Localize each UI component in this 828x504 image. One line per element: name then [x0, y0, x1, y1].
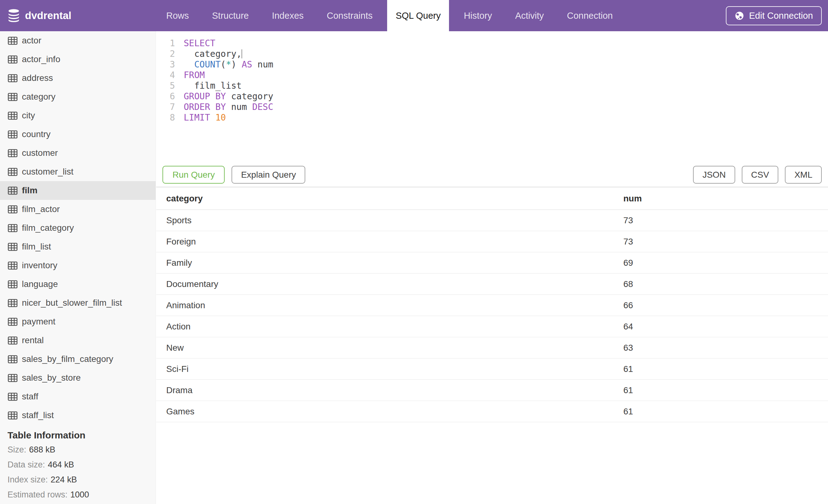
- table-icon: [7, 186, 18, 195]
- tab-indexes[interactable]: Indexes: [263, 0, 312, 31]
- result-row: Action 64: [156, 316, 828, 337]
- table-icon: [7, 336, 18, 345]
- code-line: 6 GROUP BY category: [156, 91, 828, 102]
- table-name: staff_list: [22, 410, 54, 420]
- table-name: sales_by_store: [22, 373, 81, 383]
- globe-icon: [735, 11, 744, 20]
- sidebar-item-film-list[interactable]: film_list: [0, 237, 156, 256]
- sidebar-item-category[interactable]: category: [0, 87, 156, 106]
- sidebar-item-actor-info[interactable]: actor_info: [0, 50, 156, 69]
- stat-label: Size:: [7, 445, 26, 455]
- sidebar-item-film-category[interactable]: film_category: [0, 219, 156, 237]
- tab-history[interactable]: History: [455, 0, 500, 31]
- tab-connection[interactable]: Connection: [559, 0, 621, 31]
- code-text: GROUP BY category: [184, 91, 274, 102]
- edit-connection-label: Edit Connection: [749, 11, 813, 21]
- database-logo: dvdrental: [7, 0, 72, 31]
- result-row: Foreign 73: [156, 231, 828, 252]
- tab-label: Activity: [515, 11, 544, 21]
- sidebar-item-sales-by-film-category[interactable]: sales_by_film_category: [0, 350, 156, 368]
- code-line: 7 ORDER BY num DESC: [156, 102, 828, 112]
- line-number: 6: [156, 91, 175, 102]
- table-name: actor: [22, 36, 41, 46]
- cell-category: Animation: [156, 301, 623, 310]
- sql-editor[interactable]: 1 SELECT 2 category, 3 COUNT(*) AS num 4…: [156, 31, 828, 123]
- table-icon: [7, 373, 18, 382]
- code-text: category,: [184, 49, 242, 59]
- table-icon: [7, 36, 18, 45]
- table-info-stat: Data size: 464 kB: [0, 457, 156, 472]
- sidebar-item-staff[interactable]: staff: [0, 387, 156, 406]
- cell-num: 73: [623, 237, 633, 247]
- table-name: country: [22, 129, 51, 139]
- sidebar-item-city[interactable]: city: [0, 106, 156, 125]
- table-name: payment: [22, 317, 55, 327]
- stat-label: Estimated rows:: [7, 490, 68, 500]
- line-number: 4: [156, 70, 175, 81]
- tab-constraints[interactable]: Constraints: [318, 0, 381, 31]
- export-csv-button[interactable]: CSV: [742, 166, 779, 184]
- app-header: dvdrental Rows Structure Indexes Constra…: [0, 0, 828, 31]
- code-text: film_list: [184, 81, 242, 91]
- table-icon: [7, 261, 18, 270]
- export-xml-button[interactable]: XML: [785, 166, 822, 184]
- text-caret: [242, 49, 242, 58]
- tables-sidebar: actor actor_info address category city c…: [0, 31, 156, 504]
- stat-value: 1000: [70, 490, 89, 500]
- table-name: customer_list: [22, 167, 74, 177]
- line-number: 5: [156, 81, 175, 91]
- code-text: FROM: [184, 70, 205, 81]
- sidebar-item-customer-list[interactable]: customer_list: [0, 163, 156, 181]
- table-info-stat: Size: 688 kB: [0, 442, 156, 457]
- cell-num: 68: [623, 279, 633, 289]
- sidebar-item-rental[interactable]: rental: [0, 331, 156, 350]
- tab-activity[interactable]: Activity: [507, 0, 552, 31]
- sidebar-item-film-actor[interactable]: film_actor: [0, 200, 156, 219]
- sidebar-item-address[interactable]: address: [0, 69, 156, 87]
- sidebar-item-sales-by-store[interactable]: sales_by_store: [0, 368, 156, 387]
- results-body: Sports 73 Foreign 73 Family 69 Documenta…: [156, 210, 828, 422]
- cell-category: New: [156, 343, 623, 353]
- database-icon: [7, 9, 20, 22]
- code-text: SELECT: [184, 38, 215, 49]
- stat-value: 464 kB: [48, 460, 74, 470]
- sidebar-item-payment[interactable]: payment: [0, 312, 156, 331]
- cell-category: Family: [156, 258, 623, 268]
- cell-num: 61: [623, 407, 633, 417]
- tab-label: History: [464, 11, 492, 21]
- results-header-row: category num: [156, 187, 828, 210]
- table-icon: [7, 111, 18, 120]
- main-content: 1 SELECT 2 category, 3 COUNT(*) AS num 4…: [156, 31, 828, 504]
- tab-structure[interactable]: Structure: [204, 0, 257, 31]
- sidebar-item-staff-list[interactable]: staff_list: [0, 406, 156, 425]
- sidebar-item-nicer-but-slower-film-list[interactable]: nicer_but_slower_film_list: [0, 293, 156, 312]
- table-icon: [7, 242, 18, 251]
- table-name: film_list: [22, 242, 51, 252]
- table-name: rental: [22, 335, 44, 346]
- table-icon: [7, 317, 18, 326]
- result-row: Animation 66: [156, 295, 828, 316]
- table-name: film: [22, 185, 38, 195]
- sidebar-item-film[interactable]: film: [0, 181, 156, 200]
- column-header-category: category: [156, 194, 623, 203]
- code-line: 1 SELECT: [156, 38, 828, 49]
- sidebar-item-customer[interactable]: customer: [0, 144, 156, 163]
- table-name: staff: [22, 392, 38, 402]
- code-text: LIMIT 10: [184, 112, 226, 123]
- stat-label: Data size:: [7, 460, 45, 470]
- run-query-button[interactable]: Run Query: [163, 166, 225, 184]
- tab-rows[interactable]: Rows: [158, 0, 198, 31]
- edit-connection-button[interactable]: Edit Connection: [726, 6, 822, 25]
- tab-sql-query[interactable]: SQL Query: [387, 0, 449, 31]
- table-icon: [7, 149, 18, 158]
- explain-query-button[interactable]: Explain Query: [232, 166, 305, 184]
- export-json-button[interactable]: JSON: [693, 166, 735, 184]
- sidebar-item-country[interactable]: country: [0, 125, 156, 144]
- sidebar-item-actor[interactable]: actor: [0, 31, 156, 50]
- table-name: address: [22, 73, 53, 83]
- query-toolbar: Run Query Explain Query JSONCSVXML: [156, 166, 828, 184]
- table-name: city: [22, 110, 35, 121]
- sidebar-item-language[interactable]: language: [0, 275, 156, 293]
- sidebar-item-inventory[interactable]: inventory: [0, 256, 156, 275]
- tab-label: Connection: [567, 11, 613, 21]
